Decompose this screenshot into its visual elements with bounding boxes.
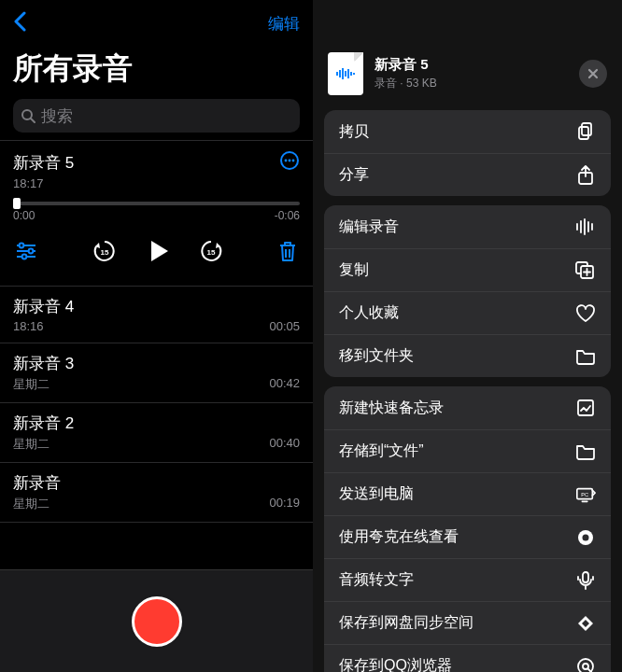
recording-sub: 星期二 — [13, 376, 49, 393]
svg-point-41 — [583, 664, 588, 669]
action-row[interactable]: 音频转文字 — [324, 558, 611, 601]
svg-rect-22 — [350, 72, 352, 76]
action-row[interactable]: 分享 — [324, 153, 611, 196]
svg-point-38 — [583, 534, 589, 540]
file-icon — [328, 52, 363, 95]
sync-icon — [575, 614, 596, 633]
action-label: 保存到QQ浏览器 — [339, 656, 452, 672]
more-button[interactable] — [279, 150, 300, 175]
action-row[interactable]: 新建快速备忘录 — [324, 386, 611, 429]
delete-button[interactable] — [277, 240, 298, 266]
action-label: 使用夸克在线查看 — [339, 527, 459, 547]
playback-controls: 15 15 — [13, 237, 300, 269]
svg-point-40 — [578, 659, 593, 673]
recording-item[interactable]: 新录音 2 星期二00:40 — [0, 403, 313, 463]
svg-point-9 — [29, 249, 34, 254]
action-group: 新建快速备忘录存储到“文件”发送到电脑PC使用夸克在线查看音频转文字保存到网盘同… — [324, 386, 611, 672]
svg-rect-17 — [336, 72, 338, 76]
recording-duration: 00:40 — [269, 436, 300, 453]
recordings-pane: 编辑 所有录音 搜索 新录音 5 18:17 0:00 -0:06 — [0, 0, 313, 672]
svg-text:PC: PC — [581, 491, 588, 497]
svg-rect-18 — [339, 70, 341, 77]
recording-item-expanded[interactable]: 新录音 5 18:17 0:00 -0:06 — [0, 140, 313, 287]
recording-sub: 星期二 — [13, 496, 49, 512]
scrubber[interactable] — [13, 202, 300, 205]
remaining-time: -0:06 — [275, 209, 300, 222]
recording-time: 18:17 — [13, 176, 44, 190]
quark-icon — [575, 528, 596, 547]
folder-icon — [575, 348, 596, 365]
action-row[interactable]: 编辑录音 — [324, 205, 611, 248]
search-field[interactable]: 搜索 — [13, 99, 300, 133]
folder-icon — [575, 443, 596, 460]
recording-name: 新录音 3 — [13, 353, 300, 374]
share-actions: 拷贝分享编辑录音复制个人收藏移到文件夹新建快速备忘录存储到“文件”发送到电脑PC… — [313, 110, 622, 672]
close-button[interactable] — [579, 60, 607, 88]
svg-point-7 — [20, 244, 24, 248]
recording-duration: 00:05 — [269, 319, 300, 333]
svg-rect-19 — [342, 68, 344, 79]
rewind-15-button[interactable]: 15 — [92, 238, 118, 268]
recording-item[interactable]: 新录音 4 18:1600:05 — [0, 287, 313, 343]
action-row[interactable]: 发送到电脑PC — [324, 472, 611, 515]
svg-rect-21 — [347, 69, 349, 78]
waveform-icon — [575, 218, 596, 235]
action-label: 个人收藏 — [339, 303, 399, 323]
settings-button[interactable] — [15, 242, 37, 264]
svg-line-1 — [31, 119, 35, 122]
scrubber-knob[interactable] — [13, 198, 21, 209]
svg-text:15: 15 — [100, 248, 108, 257]
back-button[interactable] — [13, 9, 26, 38]
svg-point-5 — [292, 160, 295, 162]
recording-item[interactable]: 新录音 星期二00:19 — [0, 463, 313, 523]
share-file-name: 新录音 5 — [375, 56, 437, 74]
qqbrowser-icon — [575, 657, 596, 673]
action-row[interactable]: 移到文件夹 — [324, 334, 611, 377]
recording-sub: 星期二 — [13, 436, 49, 453]
action-group: 编辑录音复制个人收藏移到文件夹 — [324, 205, 611, 377]
recording-duration: 00:42 — [269, 376, 300, 393]
heart-icon — [575, 304, 596, 323]
svg-point-11 — [22, 255, 27, 259]
action-label: 复制 — [339, 260, 369, 280]
action-row[interactable]: 保存到QQ浏览器 — [324, 644, 611, 672]
svg-rect-25 — [579, 127, 588, 139]
nav-bar: 编辑 — [0, 0, 313, 47]
record-bar — [0, 569, 313, 672]
svg-rect-23 — [353, 73, 355, 75]
recording-name: 新录音 4 — [13, 296, 300, 317]
elapsed-time: 0:00 — [13, 209, 35, 222]
action-row[interactable]: 复制 — [324, 248, 611, 291]
record-button[interactable] — [132, 596, 182, 647]
action-label: 编辑录音 — [339, 217, 399, 237]
recording-name: 新录音 2 — [13, 413, 300, 434]
recording-name: 新录音 5 — [13, 152, 74, 174]
action-row[interactable]: 拷贝 — [324, 110, 611, 153]
share-sheet: 新录音 5 录音 · 53 KB 拷贝分享编辑录音复制个人收藏移到文件夹新建快速… — [313, 0, 622, 672]
svg-text:15: 15 — [206, 248, 215, 257]
action-label: 发送到电脑 — [339, 484, 414, 504]
quicknote-icon — [575, 399, 596, 417]
action-row[interactable]: 使用夸克在线查看 — [324, 515, 611, 558]
play-button[interactable] — [144, 237, 172, 269]
action-row[interactable]: 个人收藏 — [324, 291, 611, 334]
share-file-meta: 录音 · 53 KB — [375, 76, 437, 91]
edit-button[interactable]: 编辑 — [268, 13, 300, 35]
forward-15-button[interactable]: 15 — [198, 238, 224, 268]
action-row[interactable]: 存储到“文件” — [324, 429, 611, 472]
recording-item[interactable]: 新录音 3 星期二00:42 — [0, 343, 313, 403]
action-group: 拷贝分享 — [324, 110, 611, 196]
svg-point-3 — [285, 160, 288, 162]
page-title: 所有录音 — [0, 47, 313, 99]
send-pc-icon: PC — [575, 485, 596, 504]
svg-rect-39 — [583, 572, 588, 582]
svg-point-4 — [289, 160, 291, 162]
action-label: 拷贝 — [339, 122, 369, 142]
search-icon — [21, 108, 35, 123]
action-row[interactable]: 保存到网盘同步空间 — [324, 601, 611, 644]
recording-duration: 00:19 — [269, 496, 300, 512]
action-label: 保存到网盘同步空间 — [339, 613, 474, 633]
action-label: 移到文件夹 — [339, 346, 414, 366]
recording-name: 新录音 — [13, 472, 300, 494]
action-label: 存储到“文件” — [339, 441, 424, 461]
